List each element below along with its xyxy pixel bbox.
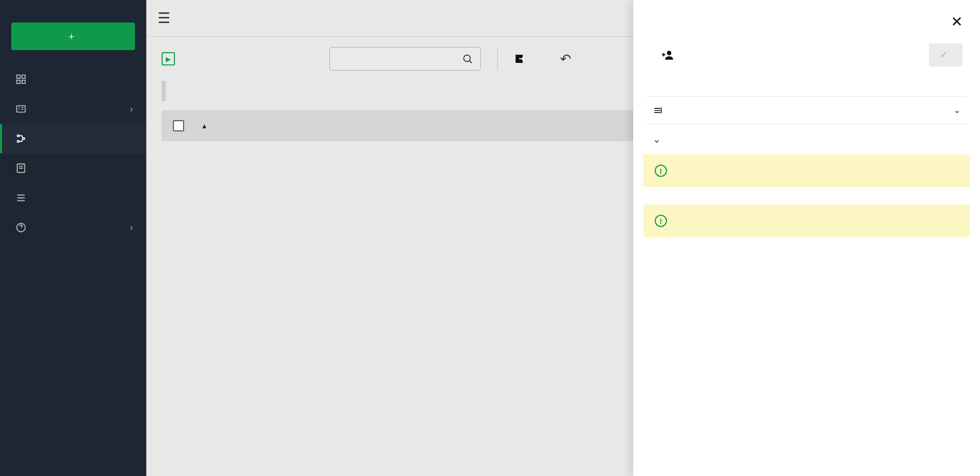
hamburger-icon[interactable]: ☰ <box>158 10 170 27</box>
search-box[interactable] <box>329 47 481 71</box>
nav-help[interactable]: › <box>0 213 146 242</box>
play-button[interactable]: ▶ <box>162 52 175 65</box>
svg-rect-2 <box>17 80 20 83</box>
export-icon <box>514 53 526 65</box>
calibrator-select[interactable]: ⌄ <box>858 105 961 116</box>
title-accent <box>162 81 166 101</box>
warning-icon: ! <box>655 215 667 227</box>
separator <box>497 48 498 70</box>
add-assignee-button[interactable] <box>661 49 679 62</box>
references-icon <box>15 163 27 174</box>
panel-instrument-row: ⌄ <box>647 96 967 124</box>
svg-rect-4 <box>17 106 26 112</box>
select-all-checkbox[interactable] <box>173 120 184 131</box>
help-icon <box>15 222 27 233</box>
warning-missing-type: ! <box>643 154 970 187</box>
not-possible-toggle[interactable]: ⌄ <box>633 124 980 154</box>
lists-icon <box>15 192 27 203</box>
nav-instruments[interactable] <box>0 124 146 153</box>
chevron-right-icon: › <box>130 104 133 115</box>
search-icon <box>462 53 473 64</box>
nav-calibrations[interactable]: › <box>0 94 146 124</box>
svg-point-5 <box>17 135 19 137</box>
svg-rect-1 <box>22 75 25 78</box>
undo-icon[interactable]: ↶ <box>560 51 571 67</box>
sort-asc-icon: ▴ <box>203 122 206 130</box>
search-input[interactable] <box>337 54 462 64</box>
chevron-down-icon: ⌄ <box>653 133 661 145</box>
assign-for-calibration-button[interactable] <box>514 53 533 65</box>
assign-button[interactable]: ✓ <box>929 43 963 66</box>
svg-rect-0 <box>17 75 20 78</box>
nav-references[interactable] <box>0 153 146 183</box>
close-icon[interactable]: ✕ <box>951 13 963 30</box>
add-button[interactable]: ＋ <box>11 22 135 50</box>
svg-point-10 <box>464 55 471 62</box>
svg-point-6 <box>17 141 19 143</box>
warning-icon: ! <box>655 165 667 177</box>
chevron-down-icon: ⌄ <box>953 105 961 116</box>
dashboard-icon <box>15 74 27 85</box>
svg-point-7 <box>23 138 25 140</box>
check-icon: ✓ <box>940 50 947 60</box>
svg-point-12 <box>667 51 672 55</box>
svg-rect-3 <box>22 80 25 83</box>
plus-icon: ＋ <box>66 30 76 43</box>
instruments-icon <box>15 133 27 144</box>
assign-panel: ✕ ✓ ⌄ ⌄ <box>633 0 980 476</box>
instrument-icon <box>653 105 663 116</box>
warning-locked: ! <box>643 205 970 237</box>
nav-dashboard[interactable] <box>0 64 146 94</box>
nav-lists[interactable] <box>0 183 146 213</box>
chevron-right-icon: › <box>130 222 133 233</box>
calibrations-icon <box>15 103 27 115</box>
col-plant-node[interactable]: ▴ <box>195 122 374 130</box>
add-person-icon <box>661 49 674 62</box>
sidebar: ＋ › › <box>0 0 146 476</box>
